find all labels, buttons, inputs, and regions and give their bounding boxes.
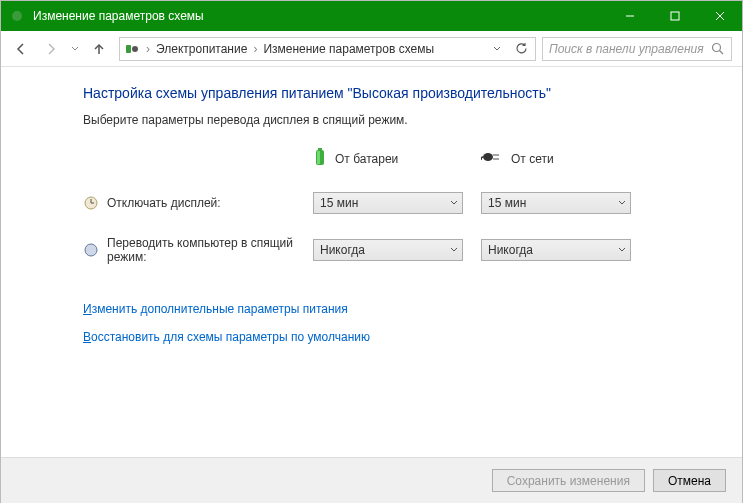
link-restore-defaults[interactable]: Восстановить для схемы параметры по умол… bbox=[83, 330, 672, 344]
chevron-right-icon: › bbox=[144, 42, 152, 56]
search-box[interactable] bbox=[542, 37, 732, 61]
dropdown-value: 15 мин bbox=[488, 196, 526, 210]
search-input[interactable] bbox=[549, 42, 711, 56]
chevron-down-icon bbox=[618, 243, 626, 257]
close-button[interactable] bbox=[697, 1, 742, 31]
links-area: Изменить дополнительные параметры питани… bbox=[83, 302, 672, 344]
minimize-button[interactable] bbox=[607, 1, 652, 31]
address-dropdown[interactable] bbox=[487, 39, 507, 59]
breadcrumb-item-edit-plan[interactable]: Изменение параметров схемы bbox=[259, 42, 438, 56]
chevron-down-icon bbox=[618, 196, 626, 210]
battery-icon bbox=[313, 147, 327, 170]
forward-button[interactable] bbox=[37, 35, 65, 63]
svg-point-20 bbox=[85, 244, 97, 256]
page-subtext: Выберите параметры перевода дисплея в сп… bbox=[83, 113, 672, 127]
link-advanced-settings[interactable]: Изменить дополнительные параметры питани… bbox=[83, 302, 672, 316]
titlebar: Изменение параметров схемы bbox=[1, 1, 742, 31]
svg-point-9 bbox=[713, 43, 721, 51]
content-area: Настройка схемы управления питанием "Выс… bbox=[1, 67, 742, 368]
dropdown-value: Никогда bbox=[488, 243, 533, 257]
chevron-down-icon bbox=[450, 243, 458, 257]
svg-rect-1 bbox=[15, 11, 19, 13]
svg-line-10 bbox=[720, 50, 724, 54]
up-button[interactable] bbox=[85, 35, 113, 63]
refresh-button[interactable] bbox=[511, 39, 531, 59]
svg-rect-13 bbox=[317, 151, 320, 164]
back-button[interactable] bbox=[7, 35, 35, 63]
history-dropdown[interactable] bbox=[67, 35, 83, 63]
dropdown-value: 15 мин bbox=[320, 196, 358, 210]
row-label-display: Отключать дисплей: bbox=[83, 195, 313, 211]
row-label-sleep: Переводить компьютер в спящий режим: bbox=[83, 236, 313, 264]
navbar: › Электропитание › Изменение параметров … bbox=[1, 31, 742, 67]
row-text-sleep: Переводить компьютер в спящий режим: bbox=[107, 236, 313, 264]
dropdown-value: Никогда bbox=[320, 243, 365, 257]
svg-rect-7 bbox=[126, 45, 131, 53]
svg-rect-12 bbox=[318, 148, 322, 150]
cancel-button[interactable]: Отмена bbox=[653, 469, 726, 492]
column-label-plugged: От сети bbox=[511, 152, 554, 166]
dropdown-sleep-plugged[interactable]: Никогда bbox=[481, 239, 631, 261]
plug-icon bbox=[481, 150, 503, 167]
chevron-right-icon: › bbox=[251, 42, 259, 56]
chevron-down-icon bbox=[450, 196, 458, 210]
address-bar[interactable]: › Электропитание › Изменение параметров … bbox=[119, 37, 536, 61]
moon-icon bbox=[83, 242, 99, 258]
dropdown-display-battery[interactable]: 15 мин bbox=[313, 192, 463, 214]
breadcrumb-item-power[interactable]: Электропитание bbox=[152, 42, 251, 56]
window-controls bbox=[607, 1, 742, 31]
footer: Сохранить изменения Отмена bbox=[1, 457, 742, 503]
dropdown-display-plugged[interactable]: 15 мин bbox=[481, 192, 631, 214]
svg-point-14 bbox=[483, 153, 493, 161]
control-panel-icon bbox=[124, 41, 140, 57]
column-header-plugged: От сети bbox=[481, 150, 631, 167]
page-heading: Настройка схемы управления питанием "Выс… bbox=[83, 85, 672, 101]
svg-point-8 bbox=[132, 46, 138, 52]
app-icon bbox=[9, 8, 25, 24]
settings-grid: От батареи От сети Отключать дисплей: 15… bbox=[83, 147, 672, 264]
row-text-display: Отключать дисплей: bbox=[107, 196, 221, 210]
svg-rect-3 bbox=[671, 12, 679, 20]
column-header-battery: От батареи bbox=[313, 147, 463, 170]
window-title: Изменение параметров схемы bbox=[33, 9, 607, 23]
column-label-battery: От батареи bbox=[335, 152, 398, 166]
maximize-button[interactable] bbox=[652, 1, 697, 31]
save-button[interactable]: Сохранить изменения bbox=[492, 469, 645, 492]
search-icon[interactable] bbox=[711, 42, 725, 56]
dropdown-sleep-battery[interactable]: Никогда bbox=[313, 239, 463, 261]
clock-icon bbox=[83, 195, 99, 211]
